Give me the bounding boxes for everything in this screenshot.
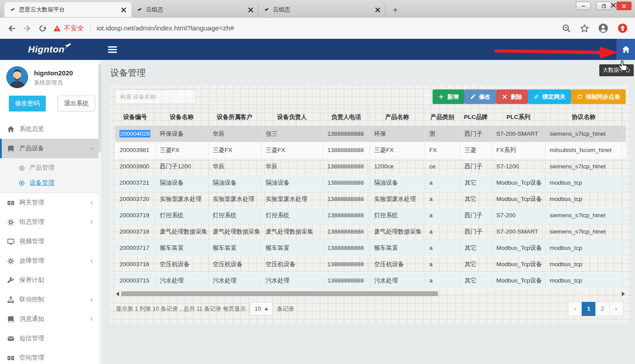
sidebar-item-联动控制[interactable]: 联动控制: [0, 290, 101, 309]
sidebar-item-故障管理[interactable]: 故障管理: [0, 251, 101, 271]
hignton-favicon: [9, 7, 15, 13]
table-cell: 13888888888: [323, 240, 370, 256]
table-cell: 华辰: [208, 158, 261, 175]
sidebar-item-label: 产品设备: [19, 145, 44, 152]
table-cell: mitsubishi_fxcom_hinet: [545, 142, 622, 158]
table-cell: 西门子: [460, 158, 492, 175]
table-cell: 隔油设备: [208, 175, 261, 191]
sidebar-item-系统总览[interactable]: 系统总览: [0, 119, 101, 139]
pagination-bar: 显示第 1 到第 10 条记录，总共 11 条记录 每页显示 10 条记录 ‹1…: [115, 298, 626, 322]
security-badge[interactable]: 不安全: [53, 24, 84, 33]
sidebar-subitem-产品管理[interactable]: 产品管理: [0, 160, 101, 175]
table-row[interactable]: 200003717猴车装置猴车装置猴车装置13888888888猴车装置a其它M…: [115, 240, 626, 256]
toolbar-button-新增[interactable]: 新增: [433, 89, 464, 104]
cursor-x-icon: [610, 2, 616, 8]
table-cell: 三菱: [460, 142, 492, 158]
table-row[interactable]: 200003720实验室废水处理实验室废水处理实验室废水处理1388888888…: [115, 191, 626, 207]
table-row[interactable]: 200003719灯控系统灯控系统灯控系统13888888888灯控系统a西门子…: [115, 207, 626, 223]
sidebar-scrollbar[interactable]: [98, 60, 101, 364]
sidebar-item-短信管理[interactable]: 短信管理: [0, 329, 101, 348]
chevron-down-icon: [89, 146, 94, 151]
table-cell: 200003717: [115, 240, 155, 256]
sidebar-item-组态管理[interactable]: 组态管理: [0, 212, 101, 232]
prev-page-button[interactable]: ‹: [568, 302, 582, 316]
table-cell: 三菱FX: [208, 142, 261, 158]
table-cell: 其它: [460, 256, 492, 272]
table-row[interactable]: 200003716空压机设备空压机设备空压机设备13888888888空压机设备…: [115, 256, 626, 272]
table-cell: S7-200: [492, 207, 545, 223]
extension-icon[interactable]: [617, 23, 628, 33]
sidebar-subitem-设备管理[interactable]: 设备管理: [0, 175, 101, 190]
table-cell: 西门子1200: [155, 158, 208, 175]
chevron-left-icon: [89, 200, 94, 205]
scroll-right-icon[interactable]: [622, 292, 625, 296]
forward-icon[interactable]: [22, 24, 32, 33]
toolbar: 新增修改删除绑定网关强制同步点表: [433, 89, 626, 104]
sync-icon: [577, 94, 583, 100]
table-cell: 其它: [460, 240, 492, 256]
scroll-left-icon[interactable]: [116, 292, 119, 296]
tab-close-icon[interactable]: [120, 7, 127, 13]
logout-button[interactable]: 退出系统: [57, 96, 95, 111]
column-header-产品名称: 产品名称: [370, 109, 425, 126]
column-header-设备所属客户: 设备所属客户: [208, 109, 261, 126]
reload-icon[interactable]: [38, 24, 47, 33]
table-cell: Modbus_Tcp设备: [492, 191, 545, 207]
toolbar-button-删除[interactable]: 删除: [496, 89, 528, 104]
close-button[interactable]: [616, 2, 631, 10]
table-row[interactable]: 200003718废气处理数据采集废气处理数据采集废气处理数据采集1388888…: [115, 223, 626, 240]
sidebar-item-保养计划[interactable]: 保养计划: [0, 271, 101, 290]
sidebar-item-网关管理[interactable]: 网关管理: [0, 193, 101, 212]
table-cell: 实验室废水处理: [370, 191, 425, 207]
table-cell: 实验室废水处理: [208, 191, 261, 207]
gears-icon: [7, 257, 15, 265]
sidebar-item-产品设备[interactable]: 产品设备: [0, 139, 101, 158]
sidebar-item-空间管理[interactable]: 空间管理: [0, 348, 101, 364]
scrollbar-thumb[interactable]: [121, 291, 438, 296]
horizontal-scrollbar[interactable]: [115, 290, 626, 297]
tab-close-icon[interactable]: [247, 7, 254, 13]
table-row[interactable]: 200003721隔油设备隔油设备隔油设备13888888888隔油设备a其它M…: [115, 175, 626, 191]
table-row[interactable]: 200004029环保设备华辰张三13888888888环保测西门子S7-200…: [115, 126, 626, 142]
sidebar-item-消息通知[interactable]: 消息通知: [0, 309, 101, 329]
table-cell: 200003715: [115, 272, 155, 289]
table-cell: FX: [425, 142, 460, 158]
tab-close-icon[interactable]: [374, 7, 381, 13]
browser-tab[interactable]: 思普云大数据平台: [4, 2, 131, 17]
new-tab-button[interactable]: [389, 4, 401, 16]
table-cell: 13888888888: [323, 158, 370, 175]
page-button-1[interactable]: 1: [582, 302, 596, 316]
sidebar-item-label: 消息通知: [19, 315, 44, 323]
address-bar[interactable]: 不安全 iot.idosp.net/admin/index.html?langu…: [0, 18, 635, 39]
tab-title: 思普云大数据平台: [19, 6, 117, 14]
back-icon[interactable]: [7, 24, 16, 33]
bookmark-star-icon[interactable]: [580, 24, 589, 33]
table-cell: 隔油设备: [370, 175, 425, 191]
table-cell: 网口: [622, 223, 626, 240]
profile-icon[interactable]: [598, 23, 609, 33]
table-row[interactable]: 200003981三菱FX三菱FX三菱FX13888888888三菱FXFX三菱…: [115, 142, 626, 158]
browser-tab[interactable]: 云组态: [258, 2, 385, 17]
sidebar-item-视频管理[interactable]: 视频管理: [0, 232, 101, 251]
home-icon: [7, 126, 15, 133]
next-page-button[interactable]: ›: [609, 302, 623, 316]
url-text[interactable]: iot.idosp.net/admin/index.html?language=…: [97, 24, 556, 32]
home-button[interactable]: [616, 39, 635, 60]
toolbar-button-修改[interactable]: 修改: [464, 89, 496, 104]
plus-icon: [438, 94, 444, 100]
page-size-select[interactable]: 10: [250, 302, 273, 316]
toolbar-button-绑定网关[interactable]: 绑定网关: [528, 89, 571, 104]
minimize-button[interactable]: [576, 2, 591, 10]
page-button-2[interactable]: 2: [595, 302, 609, 316]
browser-tab[interactable]: 云组态: [131, 2, 258, 17]
menu-toggle-button[interactable]: [108, 46, 117, 53]
table-row[interactable]: 200003715污水处理污水处理污水处理13888888888污水处理a其它M…: [115, 272, 626, 289]
device-panel: 新增修改删除绑定网关强制同步点表 设备编号设备名称设备所属客户设备负责人负责人电…: [109, 85, 631, 324]
restore-button[interactable]: [596, 2, 611, 10]
zoom-out-icon[interactable]: [562, 24, 571, 33]
search-input[interactable]: [115, 89, 196, 104]
main-content: 设备管理 新增修改删除绑定网关强制同步点表 设备编号设备名称设备所属客户设备负责…: [101, 60, 635, 364]
change-password-button[interactable]: 修改密码: [9, 96, 46, 111]
table-row[interactable]: 200003900西门子1200华辰华辰138888888881200cece西…: [115, 158, 626, 175]
toolbar-button-强制同步点表[interactable]: 强制同步点表: [571, 89, 626, 104]
